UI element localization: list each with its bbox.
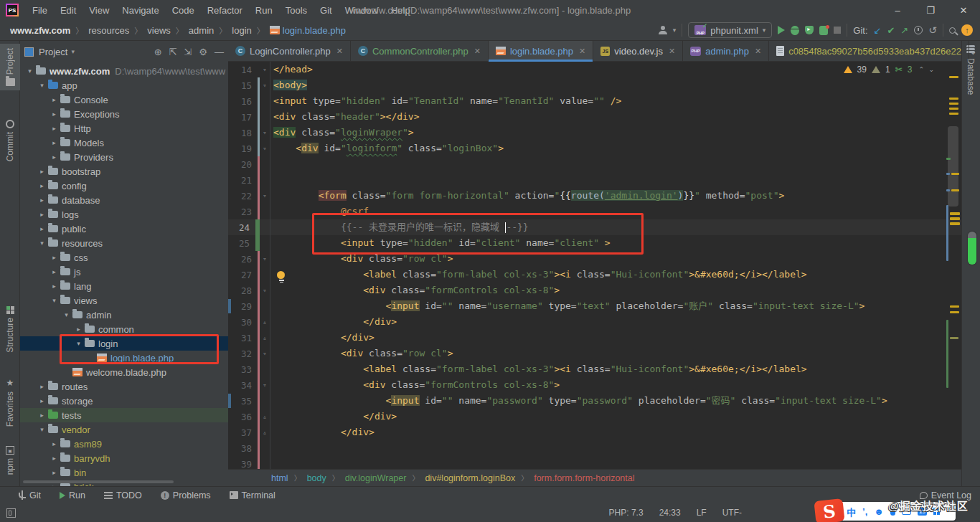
- ime-mode-chinese[interactable]: 中: [847, 505, 856, 518]
- line-number[interactable]: 21: [228, 175, 258, 186]
- code-line[interactable]: 24 {{-- 未登录用户的唯一标识，隐藏域 --}}: [228, 219, 961, 235]
- stripe-mark[interactable]: [949, 113, 958, 115]
- line-number[interactable]: 15: [228, 80, 258, 91]
- tree-item-css[interactable]: ▸css: [20, 250, 228, 265]
- code-line[interactable]: 39: [228, 456, 961, 469]
- line-number[interactable]: 33: [228, 364, 258, 375]
- menu-tools[interactable]: Tools: [279, 0, 314, 20]
- code-line[interactable]: 33 <label class="form-label col-xs-3"><i…: [228, 361, 961, 377]
- line-number[interactable]: 24: [228, 222, 255, 233]
- line-number[interactable]: 30: [228, 317, 258, 328]
- fold-marker-icon[interactable]: ▿: [260, 66, 270, 73]
- sogou-logo-icon[interactable]: S: [814, 498, 844, 522]
- menu-git[interactable]: Git: [314, 0, 339, 20]
- tree-item-views[interactable]: ▾views: [20, 293, 228, 308]
- tree-item-console[interactable]: ▸Console: [20, 92, 228, 107]
- code-line[interactable]: 18▿<div class="loginWraper">: [228, 125, 961, 141]
- tree-item-barryvdh[interactable]: ▸barryvdh: [20, 451, 228, 465]
- stripe-mark[interactable]: [949, 76, 958, 78]
- tree-expand-arrow[interactable]: ▸: [50, 440, 58, 447]
- breadcrumb-item[interactable]: resources: [88, 25, 129, 36]
- stripe-mark[interactable]: [950, 212, 960, 215]
- editor-tab-video.dev.js[interactable]: JSvideo.dev.js✕: [593, 41, 683, 61]
- line-separator-widget[interactable]: LF: [697, 508, 707, 518]
- caret-position-widget[interactable]: 24:33: [659, 508, 681, 518]
- code-line[interactable]: 19▿ <div id="loginform" class="loginBox"…: [228, 141, 961, 156]
- run-button[interactable]: [778, 26, 785, 34]
- close-button[interactable]: ✕: [947, 0, 980, 20]
- profiler-button[interactable]: [819, 26, 828, 35]
- tree-expand-arrow[interactable]: ▸: [50, 469, 58, 476]
- code-line[interactable]: 22▿ <form class="form form-horizontal" a…: [228, 188, 961, 204]
- tool-button-problems[interactable]: !Problems: [161, 490, 211, 500]
- git-update-icon[interactable]: ↙: [874, 25, 882, 36]
- editor-breadcrumb-html[interactable]: html: [271, 473, 288, 483]
- line-number[interactable]: 37: [228, 427, 258, 438]
- code-line[interactable]: 34▿ <div class="formControls col-xs-8">: [228, 377, 961, 393]
- tool-button-favorites[interactable]: ★ Favorites: [0, 378, 20, 427]
- line-number[interactable]: 16: [228, 96, 258, 107]
- stripe-mark[interactable]: [950, 337, 958, 339]
- line-number[interactable]: 27: [228, 270, 258, 280]
- user-dropdown-chevron-icon[interactable]: ▾: [673, 27, 677, 34]
- run-configuration-select[interactable]: PHP phpunit.xml ▾: [688, 22, 772, 38]
- tree-expand-arrow[interactable]: ▸: [38, 397, 46, 404]
- code-line[interactable]: 28▿ <div class="formControls col-xs-8">: [228, 283, 961, 298]
- close-tab-icon[interactable]: ✕: [336, 47, 343, 56]
- editor-breadcrumb-div-loginform-loginbox[interactable]: div#loginform.loginBox: [425, 473, 515, 483]
- tree-expand-arrow[interactable]: ▸: [38, 182, 46, 189]
- locate-file-icon[interactable]: ⊕: [154, 47, 162, 57]
- tree-expand-arrow[interactable]: ▾: [75, 340, 83, 347]
- project-panel-title[interactable]: Project: [39, 47, 67, 57]
- tree-item-public[interactable]: ▸public: [20, 222, 228, 236]
- inspections-widget[interactable]: 39 1 ✂ 3 ⌃ ⌄: [839, 63, 940, 76]
- tree-item-exceptions[interactable]: ▸Exceptions: [20, 107, 228, 121]
- menu-run[interactable]: Run: [249, 0, 279, 20]
- tree-item-storage[interactable]: ▸storage: [20, 394, 228, 408]
- fold-marker-icon[interactable]: ▵: [260, 318, 270, 326]
- line-number[interactable]: 17: [228, 112, 258, 123]
- tree-item-logs[interactable]: ▸logs: [20, 207, 228, 222]
- menu-file[interactable]: File: [26, 0, 54, 20]
- tree-item-bin[interactable]: ▸bin: [20, 465, 228, 480]
- code-line[interactable]: 23 @csrf: [228, 204, 961, 219]
- editor-tab-c0854f8ac99027b56d5933eab437d26e22[interactable]: c0854f8ac99027b56d5933eab437d26e22: [769, 41, 969, 61]
- fold-marker-icon[interactable]: ▿: [260, 255, 270, 262]
- tree-expand-arrow[interactable]: ▾: [50, 297, 58, 304]
- menu-help[interactable]: Help: [385, 0, 417, 20]
- stop-button[interactable]: [834, 27, 841, 34]
- code-line[interactable]: 21: [228, 172, 961, 188]
- code-line[interactable]: 31▵ </div>: [228, 330, 961, 346]
- git-commit-icon[interactable]: ✔: [887, 25, 895, 36]
- tool-button-structure[interactable]: Structure: [0, 306, 20, 353]
- tree-expand-arrow[interactable]: ▸: [50, 153, 58, 161]
- code-line[interactable]: 38: [228, 440, 961, 456]
- line-number[interactable]: 22: [228, 191, 258, 201]
- line-number[interactable]: 20: [228, 159, 258, 170]
- stripe-mark[interactable]: [949, 108, 958, 110]
- tree-item-vendor[interactable]: ▾vendor: [20, 422, 228, 437]
- stripe-mark[interactable]: [946, 158, 951, 160]
- code-line[interactable]: 20: [228, 156, 961, 172]
- gear-icon[interactable]: ⚙: [199, 47, 207, 57]
- stripe-mark[interactable]: [951, 173, 959, 175]
- history-icon[interactable]: [914, 26, 923, 34]
- tree-expand-arrow[interactable]: ▸: [38, 168, 46, 175]
- code-line[interactable]: 29 <input id="" name="username" type="te…: [228, 298, 961, 314]
- code-line[interactable]: 26▿ <div class="row cl">: [228, 251, 961, 267]
- rollback-icon[interactable]: ↺: [928, 24, 937, 36]
- git-push-icon[interactable]: ↗: [900, 25, 908, 36]
- code-line[interactable]: 36▵ </div>: [228, 409, 961, 424]
- restore-layout-icon[interactable]: [6, 508, 16, 518]
- tree-expand-arrow[interactable]: ▸: [50, 254, 58, 261]
- editor-breadcrumb-body[interactable]: body: [307, 473, 326, 483]
- next-prev-problem-buttons[interactable]: ⌃ ⌄: [918, 66, 936, 73]
- code-editor[interactable]: 14▿</head>15▿<body>16<input type="hidden…: [228, 62, 961, 469]
- code-line[interactable]: 27 <label class="form-label col-xs-3"><i…: [228, 267, 961, 283]
- breadcrumb-item[interactable]: login: [232, 25, 251, 36]
- tree-expand-arrow[interactable]: ▾: [26, 67, 34, 75]
- stripe-mark[interactable]: [946, 189, 950, 191]
- tree-item-routes[interactable]: ▸routes: [20, 379, 228, 394]
- tool-button-project[interactable]: Project: [0, 44, 20, 90]
- tree-item-bootstrap[interactable]: ▸bootstrap: [20, 164, 228, 179]
